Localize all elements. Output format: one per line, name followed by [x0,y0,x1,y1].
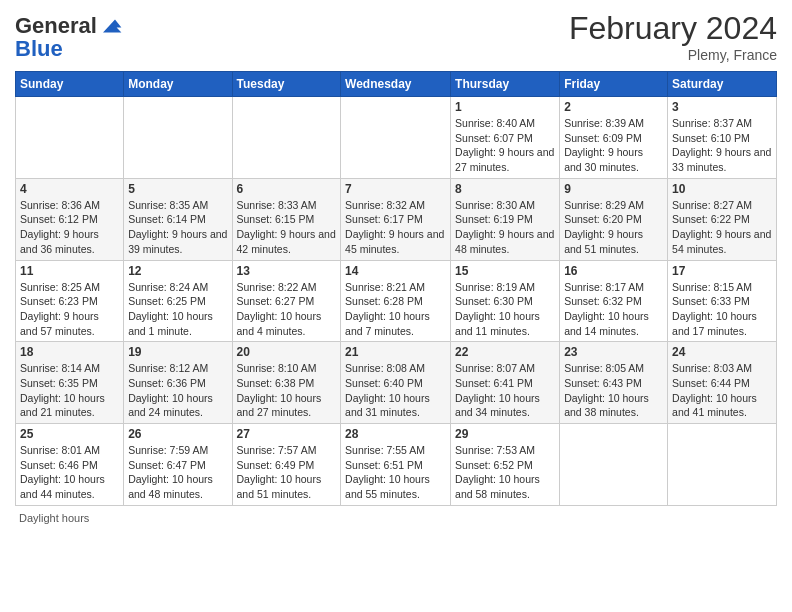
day-info: Sunrise: 8:03 AM Sunset: 6:44 PM Dayligh… [672,361,772,420]
day-info: Sunrise: 8:05 AM Sunset: 6:43 PM Dayligh… [564,361,663,420]
day-number: 5 [128,182,227,196]
calendar-cell: 25Sunrise: 8:01 AM Sunset: 6:46 PM Dayli… [16,424,124,506]
calendar-cell [668,424,777,506]
day-number: 3 [672,100,772,114]
logo: General Blue [15,14,123,60]
day-info: Sunrise: 8:12 AM Sunset: 6:36 PM Dayligh… [128,361,227,420]
day-info: Sunrise: 7:55 AM Sunset: 6:51 PM Dayligh… [345,443,446,502]
day-number: 6 [237,182,337,196]
location: Plemy, France [569,47,777,63]
day-number: 25 [20,427,119,441]
day-number: 9 [564,182,663,196]
calendar-cell: 4Sunrise: 8:36 AM Sunset: 6:12 PM Daylig… [16,178,124,260]
calendar-cell: 11Sunrise: 8:25 AM Sunset: 6:23 PM Dayli… [16,260,124,342]
day-number: 2 [564,100,663,114]
day-number: 7 [345,182,446,196]
month-title: February 2024 [569,10,777,47]
calendar-cell [232,97,341,179]
day-info: Sunrise: 8:07 AM Sunset: 6:41 PM Dayligh… [455,361,555,420]
calendar-week-4: 18Sunrise: 8:14 AM Sunset: 6:35 PM Dayli… [16,342,777,424]
calendar-cell: 3Sunrise: 8:37 AM Sunset: 6:10 PM Daylig… [668,97,777,179]
day-info: Sunrise: 7:53 AM Sunset: 6:52 PM Dayligh… [455,443,555,502]
title-block: February 2024 Plemy, France [569,10,777,63]
calendar-cell: 26Sunrise: 7:59 AM Sunset: 6:47 PM Dayli… [124,424,232,506]
day-number: 12 [128,264,227,278]
day-info: Sunrise: 8:10 AM Sunset: 6:38 PM Dayligh… [237,361,337,420]
calendar-cell: 8Sunrise: 8:30 AM Sunset: 6:19 PM Daylig… [451,178,560,260]
calendar-cell: 29Sunrise: 7:53 AM Sunset: 6:52 PM Dayli… [451,424,560,506]
calendar-cell [560,424,668,506]
day-info: Sunrise: 8:25 AM Sunset: 6:23 PM Dayligh… [20,280,119,339]
calendar-cell: 5Sunrise: 8:35 AM Sunset: 6:14 PM Daylig… [124,178,232,260]
calendar-cell: 1Sunrise: 8:40 AM Sunset: 6:07 PM Daylig… [451,97,560,179]
day-number: 16 [564,264,663,278]
day-number: 11 [20,264,119,278]
day-number: 1 [455,100,555,114]
calendar-cell [16,97,124,179]
calendar-week-1: 1Sunrise: 8:40 AM Sunset: 6:07 PM Daylig… [16,97,777,179]
day-info: Sunrise: 8:29 AM Sunset: 6:20 PM Dayligh… [564,198,663,257]
calendar-cell: 28Sunrise: 7:55 AM Sunset: 6:51 PM Dayli… [341,424,451,506]
day-info: Sunrise: 8:08 AM Sunset: 6:40 PM Dayligh… [345,361,446,420]
day-number: 19 [128,345,227,359]
day-number: 15 [455,264,555,278]
svg-marker-0 [103,20,121,33]
calendar-week-5: 25Sunrise: 8:01 AM Sunset: 6:46 PM Dayli… [16,424,777,506]
day-number: 8 [455,182,555,196]
calendar-cell: 7Sunrise: 8:32 AM Sunset: 6:17 PM Daylig… [341,178,451,260]
calendar-cell [341,97,451,179]
calendar-cell: 10Sunrise: 8:27 AM Sunset: 6:22 PM Dayli… [668,178,777,260]
day-info: Sunrise: 8:01 AM Sunset: 6:46 PM Dayligh… [20,443,119,502]
day-info: Sunrise: 8:17 AM Sunset: 6:32 PM Dayligh… [564,280,663,339]
day-info: Sunrise: 8:32 AM Sunset: 6:17 PM Dayligh… [345,198,446,257]
day-number: 17 [672,264,772,278]
logo-icon [99,14,123,38]
calendar-week-2: 4Sunrise: 8:36 AM Sunset: 6:12 PM Daylig… [16,178,777,260]
day-number: 4 [20,182,119,196]
footer-note: Daylight hours [15,512,777,524]
day-number: 21 [345,345,446,359]
day-info: Sunrise: 8:35 AM Sunset: 6:14 PM Dayligh… [128,198,227,257]
day-number: 10 [672,182,772,196]
day-info: Sunrise: 8:40 AM Sunset: 6:07 PM Dayligh… [455,116,555,175]
calendar-header-sunday: Sunday [16,72,124,97]
header: General Blue February 2024 Plemy, France [15,10,777,63]
day-info: Sunrise: 8:22 AM Sunset: 6:27 PM Dayligh… [237,280,337,339]
calendar-header-row: SundayMondayTuesdayWednesdayThursdayFrid… [16,72,777,97]
calendar-cell: 27Sunrise: 7:57 AM Sunset: 6:49 PM Dayli… [232,424,341,506]
day-number: 20 [237,345,337,359]
day-info: Sunrise: 8:27 AM Sunset: 6:22 PM Dayligh… [672,198,772,257]
calendar-header-monday: Monday [124,72,232,97]
day-number: 26 [128,427,227,441]
calendar-header-tuesday: Tuesday [232,72,341,97]
calendar-cell: 21Sunrise: 8:08 AM Sunset: 6:40 PM Dayli… [341,342,451,424]
calendar-cell: 13Sunrise: 8:22 AM Sunset: 6:27 PM Dayli… [232,260,341,342]
day-info: Sunrise: 7:59 AM Sunset: 6:47 PM Dayligh… [128,443,227,502]
calendar-cell: 12Sunrise: 8:24 AM Sunset: 6:25 PM Dayli… [124,260,232,342]
calendar: SundayMondayTuesdayWednesdayThursdayFrid… [15,71,777,506]
calendar-header-thursday: Thursday [451,72,560,97]
calendar-cell: 18Sunrise: 8:14 AM Sunset: 6:35 PM Dayli… [16,342,124,424]
calendar-cell: 20Sunrise: 8:10 AM Sunset: 6:38 PM Dayli… [232,342,341,424]
day-number: 13 [237,264,337,278]
calendar-cell: 16Sunrise: 8:17 AM Sunset: 6:32 PM Dayli… [560,260,668,342]
calendar-cell: 15Sunrise: 8:19 AM Sunset: 6:30 PM Dayli… [451,260,560,342]
day-info: Sunrise: 7:57 AM Sunset: 6:49 PM Dayligh… [237,443,337,502]
day-number: 27 [237,427,337,441]
day-number: 24 [672,345,772,359]
calendar-header-saturday: Saturday [668,72,777,97]
calendar-week-3: 11Sunrise: 8:25 AM Sunset: 6:23 PM Dayli… [16,260,777,342]
calendar-header-friday: Friday [560,72,668,97]
calendar-cell [124,97,232,179]
day-number: 22 [455,345,555,359]
calendar-cell: 14Sunrise: 8:21 AM Sunset: 6:28 PM Dayli… [341,260,451,342]
day-info: Sunrise: 8:21 AM Sunset: 6:28 PM Dayligh… [345,280,446,339]
calendar-cell: 22Sunrise: 8:07 AM Sunset: 6:41 PM Dayli… [451,342,560,424]
day-number: 28 [345,427,446,441]
day-info: Sunrise: 8:33 AM Sunset: 6:15 PM Dayligh… [237,198,337,257]
calendar-cell: 17Sunrise: 8:15 AM Sunset: 6:33 PM Dayli… [668,260,777,342]
day-number: 29 [455,427,555,441]
calendar-cell: 19Sunrise: 8:12 AM Sunset: 6:36 PM Dayli… [124,342,232,424]
day-number: 14 [345,264,446,278]
calendar-cell: 6Sunrise: 8:33 AM Sunset: 6:15 PM Daylig… [232,178,341,260]
